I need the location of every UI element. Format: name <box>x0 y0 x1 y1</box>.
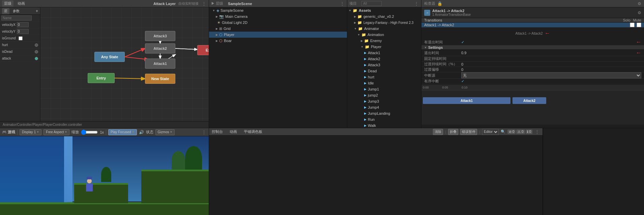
timeline-bar-attack1[interactable]: Attack1 <box>423 97 510 104</box>
tilemap-tab[interactable]: 平铺调色板 <box>244 129 262 134</box>
state-attack3[interactable]: Attack3 <box>145 31 175 41</box>
asset-anim-attack3[interactable]: ▶ Attack3 <box>347 62 421 68</box>
triangle-icon: ▶ <box>216 27 218 30</box>
collapse-button[interactable]: 折叠 <box>448 129 458 135</box>
console-more-button[interactable]: ⋮ <box>534 130 540 134</box>
param-attack-dot[interactable] <box>35 57 38 60</box>
error-pause-button[interactable]: 错误暂停 <box>460 129 477 135</box>
hierarchy-item-boar[interactable]: ▶ ⬡ Boar <box>209 38 347 44</box>
name-search-field[interactable] <box>0 15 40 22</box>
asset-folder-animator[interactable]: ▼ 📁 Animator <box>347 26 421 32</box>
state-attack1[interactable]: Attack1 <box>145 59 175 69</box>
console-tab[interactable]: 控制台 <box>212 129 223 134</box>
add-param-button[interactable]: + <box>36 9 38 13</box>
anim-icon: ▶ <box>364 100 367 103</box>
audio-button[interactable]: 🔊 <box>139 130 144 135</box>
has-exit-time-value: ✓ <box>461 40 633 44</box>
folder-icon: 📁 <box>353 8 357 13</box>
display-dropdown[interactable]: Display 1 ▼ <box>20 129 41 135</box>
asset-folder-player[interactable]: ▼ 📁 Player <box>347 44 421 50</box>
hierarchy-more-button[interactable]: ⋮ <box>340 1 345 6</box>
asset-anim-jump4[interactable]: ▶ Jump4 <box>347 104 421 110</box>
hierarchy-item-samplescene[interactable]: ▼ ◈ SampleScene <box>209 7 347 13</box>
state-attack2[interactable]: Attack2 <box>145 43 175 53</box>
params-tab[interactable]: 参数 <box>11 8 22 14</box>
param-hurt: hurt <box>0 42 40 48</box>
param-hurt-label: hurt <box>2 43 8 47</box>
param-isDead-dot[interactable] <box>35 50 38 53</box>
platform-mid <box>74 183 128 203</box>
hierarchy-item-globallight[interactable]: ☀ Global Light 2D <box>209 20 347 26</box>
asset-folder-enemy[interactable]: ▶ 📁 Enemy <box>347 38 421 44</box>
clear-button[interactable]: 清除 <box>433 129 443 135</box>
asset-folder-animation[interactable]: ▼ 📁 Animation <box>347 32 421 38</box>
state-exit[interactable]: Exit <box>197 45 209 55</box>
asset-folder-generic[interactable]: ▶ 📁 generic_char_v0.2 <box>347 13 421 20</box>
transition-offset-label: 过渡偏移 <box>424 67 461 72</box>
conditions-section: Conditions attack + - <box>421 124 644 128</box>
game-more-button[interactable]: ⋮ <box>201 130 207 135</box>
asset-anim-run[interactable]: ▶ Run <box>347 116 421 122</box>
param-hurt-dot[interactable] <box>35 43 38 47</box>
asset-anim-jump2[interactable]: ▶ jump2 <box>347 92 421 98</box>
inspector-settings-button[interactable]: ⚙ <box>638 10 641 15</box>
asset-anim-dead[interactable]: ▶ Dead <box>347 68 421 74</box>
transition-row-item[interactable]: Attack1 -> Attack2 <box>421 23 644 28</box>
project-title: 项目 <box>349 1 357 6</box>
state-new-state[interactable]: New State <box>145 74 175 84</box>
hierarchy-item-maincamera[interactable]: ▶ 📷 Main Camera <box>209 13 347 20</box>
animator-more-button[interactable]: ⋮ <box>201 1 207 6</box>
solo-checkbox[interactable] <box>630 23 635 27</box>
scale-slider[interactable] <box>81 130 98 134</box>
asset-search-input[interactable] <box>361 1 382 6</box>
asset-anim-attack2[interactable]: ▶ Attack2 <box>347 56 421 62</box>
animation-tab[interactable]: 动画 <box>230 129 237 134</box>
editor-select[interactable]: Editor <box>482 129 499 135</box>
timeline-bar-attack2[interactable]: Attack2 <box>513 97 546 104</box>
exit-time-value: 0.9 <box>461 51 635 55</box>
triangle-icon: ▶ <box>216 15 218 18</box>
asset-folder-legacy[interactable]: ▶ 📁 Legacy-Fantasy - High Forest 2.3 <box>347 20 421 26</box>
layers-tab[interactable]: 层 <box>2 8 9 14</box>
gizmos-dropdown[interactable]: Gizmos ▼ <box>155 129 175 135</box>
triangle-icon: ▼ <box>349 9 351 12</box>
play-focused-dropdown[interactable]: Play Focused ▼ <box>108 129 137 135</box>
param-velocityY-input[interactable] <box>17 29 29 34</box>
param-isGround-checkbox[interactable] <box>19 36 23 40</box>
interruption-select[interactable]: 无 <box>461 72 641 78</box>
asset-anim-jump3[interactable]: ▶ Jump3 <box>347 98 421 104</box>
folder-icon: 📁 <box>361 33 366 37</box>
state-attack1-label: Attack1 <box>153 62 167 66</box>
animator-title: Attack Layer <box>153 2 176 6</box>
asset-folder-assets[interactable]: ▼ 📁 Assets <box>347 7 421 13</box>
scale-label: 缩放 <box>71 130 79 135</box>
state-any[interactable]: Any State <box>94 52 125 62</box>
ordered-interrupt-label: 有序中断 <box>424 79 461 84</box>
lock-button[interactable]: 🔒 <box>437 1 442 6</box>
asset-anim-attack1[interactable]: ▶ Attack1 <box>347 50 421 56</box>
gear-button[interactable]: ⚙ <box>638 1 641 6</box>
animator-graph[interactable]: Attack3 Attack2 Attack1 Exit Any State <box>40 7 209 121</box>
asset-anim-idle[interactable]: ▶ Idle <box>347 80 421 86</box>
hierarchy-item-grid[interactable]: ▶ ⊞ Grid <box>209 26 347 32</box>
animator-layers-tab[interactable]: 层级 <box>2 0 13 7</box>
hierarchy-player-label: Player <box>224 33 234 37</box>
state-entry[interactable]: Entry <box>88 73 115 83</box>
asset-anim-walk[interactable]: ▶ Walk <box>347 122 421 128</box>
asset-anim-hurt[interactable]: ▶ hurt <box>347 74 421 80</box>
name-input[interactable] <box>1 15 32 21</box>
divider <box>106 130 106 135</box>
asset-anim-jump1[interactable]: ▶ Jump1 <box>347 86 421 92</box>
asset-jump2-label: jump2 <box>368 93 378 97</box>
anim-icon: ▶ <box>364 81 367 85</box>
mute-checkbox[interactable] <box>637 23 641 27</box>
triangle-icon: ▶ <box>216 33 218 36</box>
asset-anim-jumplanding[interactable]: ▶ JumpLanding <box>347 110 421 116</box>
hierarchy-item-player[interactable]: ▶ ⬡ Player <box>209 32 347 38</box>
aspect-dropdown[interactable]: Free Aspect ▼ <box>43 129 69 135</box>
solo-label: Solo <box>623 18 631 22</box>
game-toolbar: 🎮 游戏 Display 1 ▼ Free Aspect ▼ 缩放 1x Pla… <box>0 128 209 136</box>
assets-more-button[interactable]: ⋮ <box>414 1 419 6</box>
param-velocityX-input[interactable] <box>17 22 29 27</box>
animator-params-tab[interactable]: 动画 <box>16 0 27 7</box>
